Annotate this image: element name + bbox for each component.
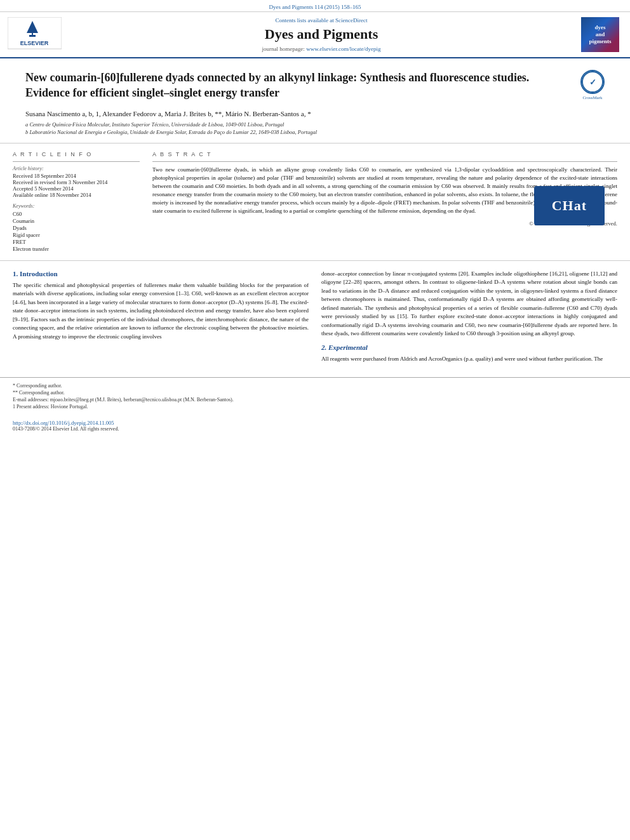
article-info-column: A R T I C L E I N F O Article history: R… — [13, 151, 140, 253]
keyword-5: Electron transfer — [13, 246, 140, 252]
crossmark-container: ✓ CrossMark — [580, 70, 605, 100]
abstract-label: A B S T R A C T — [152, 151, 617, 157]
keyword-1: Coumarin — [13, 218, 140, 224]
svg-text:✓: ✓ — [589, 77, 596, 87]
accepted-date: Accepted 5 November 2014 — [13, 185, 140, 192]
body-right-column: donor–acceptor connection by linear π-co… — [321, 270, 617, 369]
experimental-text: All reagents were purchased from Aldrich… — [321, 355, 617, 364]
journal-reference: Dyes and Pigments 114 (2015) 158–165 — [269, 4, 361, 10]
authors-text: Susana Nascimento a, b, 1, Alexander Fed… — [25, 110, 311, 117]
keyword-3: Rigid spacer — [13, 232, 140, 238]
affiliation-b: b Laboratório Nacional de Energia e Geol… — [25, 129, 573, 135]
header-center: Contents lists available at ScienceDirec… — [71, 17, 572, 52]
keyword-2: Dyads — [13, 225, 140, 231]
keyword-4: FRET — [13, 239, 140, 245]
intro-heading: 1. Introduction — [13, 270, 309, 277]
homepage-label: journal homepage: — [262, 46, 304, 52]
elsevier-logo-icon: ELSEVIER — [8, 17, 62, 52]
journal-logo-box: dyes and pigments — [581, 17, 619, 52]
doi-section: http://dx.doi.org/10.1016/j.dyepig.2014.… — [0, 416, 630, 436]
article-history-group: Article history: Received 18 September 2… — [13, 166, 140, 198]
journal-reference-bar: Dyes and Pigments 114 (2015) 158–165 — [0, 0, 630, 12]
keywords-group: Keywords: C60 Coumarin Dyads Rigid space… — [13, 203, 140, 252]
article-info-label: A R T I C L E I N F O — [13, 151, 140, 157]
journal-homepage-line: journal homepage: www.elsevier.com/locat… — [262, 45, 380, 52]
chat-badge[interactable]: CHat — [534, 186, 605, 225]
crossmark-icon[interactable]: ✓ — [580, 70, 605, 94]
available-date: Available online 18 November 2014 — [13, 192, 140, 198]
svg-text:ELSEVIER: ELSEVIER — [20, 40, 49, 46]
homepage-url[interactable]: www.elsevier.com/locate/dyepig — [306, 46, 380, 52]
intro-right-text: donor–acceptor connection by linear π-co… — [321, 270, 617, 338]
sciencedirect-link[interactable]: Contents lists available at ScienceDirec… — [276, 17, 368, 23]
keyword-0: C60 — [13, 211, 140, 217]
header-left: ELSEVIER — [8, 17, 65, 52]
journal-title: Dyes and Pigments — [265, 26, 378, 43]
chat-badge-label[interactable]: CHat — [552, 197, 587, 213]
footnote-emails: E-mail addresses: mjoao.brites@lneg.pt (… — [13, 397, 617, 403]
page: Dyes and Pigments 114 (2015) 158–165 ELS… — [0, 0, 630, 840]
received-revised-date: Received in revised form 3 November 2014 — [13, 179, 140, 185]
experimental-heading: 2. Experimental — [321, 343, 617, 351]
affiliation-a: a Centro de Química-Física Molecular, In… — [25, 121, 573, 128]
journal-header: ELSEVIER Contents lists available at Sci… — [0, 12, 630, 58]
intro-para1: The specific chemical and photophysical … — [13, 281, 309, 342]
contents-label: Contents lists available at ScienceDirec… — [276, 17, 368, 23]
article-title: New coumarin-[60]fullerene dyads connect… — [25, 70, 573, 101]
article-title-section: New coumarin-[60]fullerene dyads connect… — [0, 58, 630, 143]
footnote-double-star: ** Corresponding author. — [13, 390, 617, 396]
header-right: dyes and pigments — [578, 17, 622, 52]
svg-rect-3 — [29, 35, 36, 37]
history-label: Article history: — [13, 166, 140, 171]
received-date: Received 18 September 2014 — [13, 173, 140, 179]
footnote-sup1: 1 Present address: Hovione Portugal. — [13, 404, 617, 410]
body-left-column: 1. Introduction The specific chemical an… — [13, 270, 309, 369]
doi-copyright: 0143-7208/© 2014 Elsevier Ltd. All right… — [13, 426, 617, 432]
footnote-star: * Corresponding author. — [13, 383, 617, 389]
footnotes-section: * Corresponding author. ** Corresponding… — [0, 377, 630, 416]
authors-line: Susana Nascimento a, b, 1, Alexander Fed… — [25, 110, 573, 117]
body-section: 1. Introduction The specific chemical an… — [0, 261, 630, 378]
logo-text: dyes and pigments — [589, 24, 611, 44]
keywords-label: Keywords: — [13, 203, 140, 209]
affiliations: a Centro de Química-Física Molecular, In… — [25, 121, 573, 135]
crossmark-label: CrossMark — [580, 95, 605, 100]
doi-link[interactable]: http://dx.doi.org/10.1016/j.dyepig.2014.… — [13, 420, 617, 426]
